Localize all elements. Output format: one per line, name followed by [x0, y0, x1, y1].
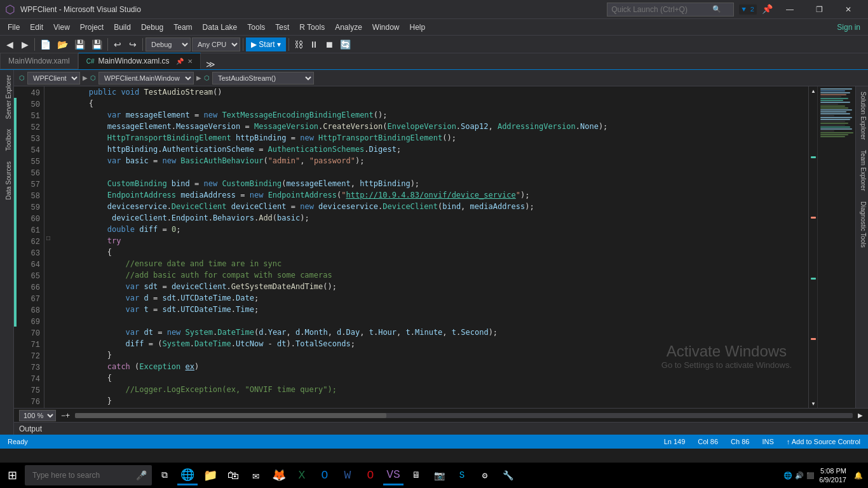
- toolbar-open-btn[interactable]: 📂: [55, 37, 71, 51]
- menu-tools[interactable]: Tools: [242, 20, 270, 34]
- zoom-dropdown[interactable]: 100 % 75 % 125 % 150 % 200 %: [19, 410, 56, 421]
- toolbar-saveall-btn[interactable]: 💾: [89, 37, 105, 51]
- taskbar: ⊞ 🎤 ⧉ 🌐 📁 🛍 ✉ 🦊 X O W O VS 🖥 📷 S ⚙ 🔧 🌐 🔊…: [0, 463, 868, 488]
- taskbar-app2-btn[interactable]: 🔧: [498, 465, 518, 485]
- toolbar-redo-btn[interactable]: ↪: [126, 37, 140, 51]
- toolbar-break-btn[interactable]: ⏸: [307, 37, 321, 51]
- scroll-up-btn[interactable]: ▲: [809, 86, 818, 95]
- start-button[interactable]: ▶ Start ▾: [246, 37, 286, 51]
- sidebar-diagnostic-tools[interactable]: Diagnostic Tools: [856, 196, 868, 253]
- taskbar-explorer-btn[interactable]: 📁: [200, 465, 220, 485]
- toolbar-restart-btn[interactable]: 🔄: [337, 37, 353, 51]
- output-label: Output: [19, 424, 42, 433]
- sidebar-toolbox[interactable]: Toolbox: [0, 124, 13, 156]
- code-line-76: }: [52, 395, 808, 407]
- tab-cs-pin[interactable]: 📌: [176, 58, 184, 65]
- collapse-try-btn[interactable]: □: [44, 235, 52, 247]
- code-editor[interactable]: public void TestAudioStream() { var mess…: [52, 86, 808, 408]
- sidebar-server-explorer[interactable]: Server Explorer: [0, 70, 13, 124]
- menu-window[interactable]: Window: [367, 20, 405, 34]
- debug-mode-dropdown[interactable]: Debug Release: [146, 37, 191, 51]
- taskbar-sound-icon[interactable]: 🔊: [795, 471, 804, 480]
- zoom-out-btn[interactable]: −: [61, 411, 65, 420]
- taskbar-word-btn[interactable]: W: [337, 465, 358, 485]
- menu-test[interactable]: Test: [270, 20, 294, 34]
- taskbar-edge-btn[interactable]: 🌐: [177, 465, 198, 485]
- toolbar-sep-5: [288, 38, 289, 51]
- tab-cs-icon: C#: [86, 58, 95, 65]
- status-ln[interactable]: Ln 149: [661, 438, 688, 445]
- toolbar-save-btn[interactable]: 💾: [72, 37, 88, 51]
- status-left: Ready: [5, 438, 31, 445]
- tab-cs[interactable]: C# MainWindow.xaml.cs 📌 ✕: [78, 53, 201, 69]
- taskbar-outlook-btn[interactable]: O: [315, 465, 335, 485]
- taskbar-app1-btn[interactable]: ⚙: [475, 465, 495, 485]
- start-menu-button[interactable]: ⊞: [3, 466, 22, 485]
- sidebar-team-explorer[interactable]: Team Explorer: [856, 145, 868, 196]
- zoom-bar: 100 % 75 % 125 % 150 % 200 % − + ▶: [14, 408, 868, 422]
- status-ins[interactable]: INS: [759, 438, 776, 445]
- sign-in-link[interactable]: Sign in: [832, 20, 865, 34]
- scroll-right-btn[interactable]: ▶: [858, 412, 863, 419]
- taskbar-remote-btn[interactable]: 🖥: [406, 465, 426, 485]
- taskbar-vs-btn[interactable]: VS: [383, 465, 403, 485]
- toolbar: ◀ ▶ 📄 📂 💾 💾 ↩ ↪ Debug Release Any CPU x8…: [0, 36, 868, 53]
- menu-file[interactable]: File: [3, 20, 25, 34]
- taskbar-battery-icon[interactable]: ⬛: [806, 472, 814, 479]
- class-dropdown[interactable]: WPFClient.MainWindow: [98, 72, 194, 85]
- taskbar-notification-btn[interactable]: 🔔: [851, 471, 865, 480]
- notifications-badge[interactable]: ▼ 2: [739, 4, 757, 15]
- platform-dropdown[interactable]: Any CPU x86 x64: [192, 37, 240, 51]
- menu-team[interactable]: Team: [168, 20, 197, 34]
- sidebar-left: Server Explorer Toolbox Data Sources: [0, 70, 14, 435]
- horizontal-scrollbar-thumb[interactable]: [75, 413, 386, 418]
- zoom-in-btn[interactable]: +: [65, 411, 70, 420]
- status-ready[interactable]: Ready: [5, 438, 31, 445]
- taskbar-excel-btn[interactable]: X: [292, 465, 312, 485]
- sidebar-data-sources[interactable]: Data Sources: [0, 156, 13, 205]
- menu-rtools[interactable]: R Tools: [294, 20, 330, 34]
- project-dropdown[interactable]: WPFClient: [27, 72, 80, 85]
- pin-icon[interactable]: 📌: [762, 4, 773, 15]
- taskbar-camera-btn[interactable]: 📷: [429, 465, 449, 485]
- menu-analyze[interactable]: Analyze: [330, 20, 367, 34]
- taskbar-task-view-btn[interactable]: ⧉: [154, 465, 175, 485]
- taskbar-clock[interactable]: 5:08 PM 6/9/2017: [817, 466, 849, 485]
- taskbar-opera-btn[interactable]: O: [360, 465, 381, 485]
- menu-debug[interactable]: Debug: [136, 20, 168, 34]
- menu-bar: File Edit View Project Build Debug Team …: [0, 19, 868, 36]
- taskbar-skype-btn[interactable]: S: [452, 465, 472, 485]
- status-source-control[interactable]: ↑ Add to Source Control: [784, 438, 863, 445]
- code-line-62: try: [52, 235, 808, 247]
- taskbar-time: 5:08 PM: [819, 466, 846, 475]
- sidebar-solution-explorer[interactable]: Solution Explorer: [856, 86, 868, 145]
- status-ch[interactable]: Ch 86: [728, 438, 752, 445]
- taskbar-mail-btn[interactable]: ✉: [246, 465, 266, 485]
- menu-datalake[interactable]: Data Lake: [198, 20, 243, 34]
- menu-edit[interactable]: Edit: [25, 20, 48, 34]
- menu-help[interactable]: Help: [405, 20, 431, 34]
- tab-add-button[interactable]: ≫: [201, 59, 220, 69]
- toolbar-stop-btn[interactable]: ⏹: [322, 37, 336, 51]
- menu-project[interactable]: Project: [75, 20, 109, 34]
- status-col[interactable]: Col 86: [695, 438, 721, 445]
- tab-xaml[interactable]: MainWindow.xaml: [0, 53, 78, 69]
- menu-view[interactable]: View: [48, 20, 75, 34]
- menu-build[interactable]: Build: [109, 20, 136, 34]
- tab-cs-close[interactable]: ✕: [187, 58, 193, 65]
- method-dropdown[interactable]: TestAudioStream(): [212, 72, 314, 85]
- toolbar-new-btn[interactable]: 📄: [37, 37, 53, 51]
- close-button[interactable]: ✕: [834, 0, 863, 19]
- toolbar-back-btn[interactable]: ◀: [3, 37, 17, 51]
- taskbar-firefox-btn[interactable]: 🦊: [269, 465, 289, 485]
- horizontal-scrollbar[interactable]: [75, 413, 853, 418]
- taskbar-search-input[interactable]: [25, 465, 152, 485]
- taskbar-store-btn[interactable]: 🛍: [223, 465, 243, 485]
- minimize-button[interactable]: —: [775, 0, 804, 19]
- taskbar-network-icon[interactable]: 🌐: [783, 471, 792, 480]
- toolbar-undo-btn[interactable]: ↩: [111, 37, 125, 51]
- toolbar-attach-btn[interactable]: ⛓: [292, 37, 306, 51]
- toolbar-forward-btn[interactable]: ▶: [18, 37, 32, 51]
- maximize-button[interactable]: ❐: [804, 0, 834, 19]
- scroll-down-btn[interactable]: ▼: [809, 399, 818, 408]
